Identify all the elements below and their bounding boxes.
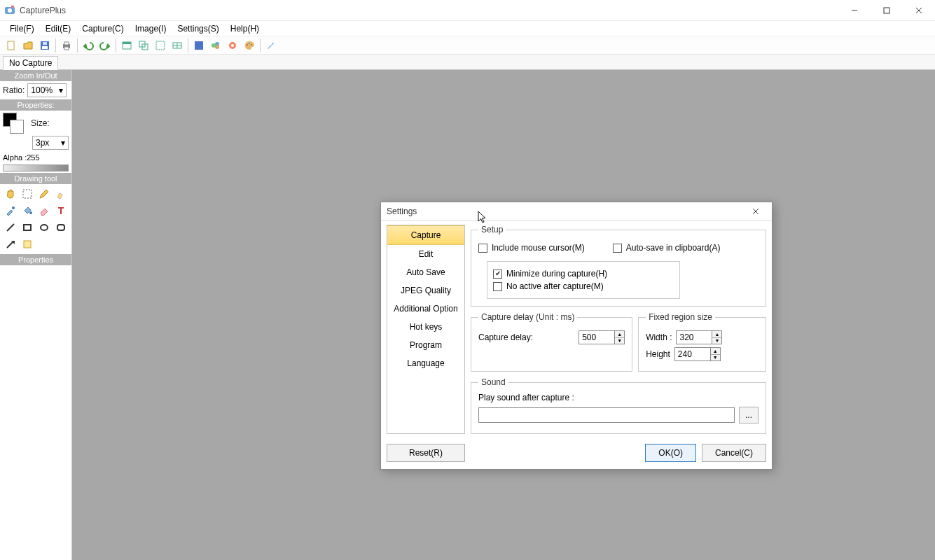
line-tool-icon[interactable] bbox=[3, 220, 18, 235]
svg-rect-9 bbox=[42, 46, 48, 49]
eyedropper-tool-icon[interactable] bbox=[3, 203, 18, 218]
spin-up-icon[interactable]: ▲ bbox=[712, 331, 721, 338]
spin-down-icon[interactable]: ▼ bbox=[711, 355, 720, 361]
rect-tool-icon[interactable] bbox=[20, 220, 35, 235]
nav-program[interactable]: Program bbox=[387, 336, 464, 354]
ok-button[interactable]: OK(O) bbox=[645, 444, 696, 462]
ellipse-tool-icon[interactable] bbox=[36, 220, 52, 235]
spin-down-icon[interactable]: ▼ bbox=[712, 338, 721, 344]
note-tool-icon[interactable] bbox=[20, 237, 35, 252]
capture-delay-spinner[interactable]: ▲▼ bbox=[579, 330, 625, 344]
dialog-close-button[interactable] bbox=[745, 203, 766, 220]
save-icon[interactable] bbox=[37, 38, 53, 53]
width-spinner[interactable]: ▲▼ bbox=[676, 330, 722, 344]
canvas-area: Settings Capture Edit Auto Save JPEG Qua… bbox=[72, 70, 935, 560]
window-minimize-button[interactable] bbox=[838, 0, 871, 21]
new-icon[interactable] bbox=[4, 38, 19, 53]
eraser-tool-icon[interactable] bbox=[36, 203, 52, 218]
sound-path-input[interactable] bbox=[478, 407, 735, 423]
brush-size-combobox[interactable]: 3px ▾ bbox=[32, 136, 69, 150]
color-swatches[interactable] bbox=[3, 113, 28, 134]
background-swatch[interactable] bbox=[10, 120, 24, 134]
nav-hotkeys[interactable]: Hot keys bbox=[387, 318, 464, 336]
width-input[interactable] bbox=[676, 330, 712, 344]
sidebar: Zoom In/Out Ratio: 100% ▾ Properties: Si… bbox=[0, 70, 72, 560]
window-close-button[interactable] bbox=[903, 0, 935, 21]
pencil-tool-icon[interactable] bbox=[36, 186, 52, 202]
ratio-combobox[interactable]: 100% ▾ bbox=[27, 83, 67, 97]
ratio-label: Ratio: bbox=[3, 85, 25, 95]
nav-capture[interactable]: Capture bbox=[387, 225, 464, 245]
effects-icon[interactable] bbox=[208, 38, 223, 53]
open-icon[interactable] bbox=[20, 38, 36, 53]
menu-edit[interactable]: Edit(E) bbox=[40, 22, 77, 35]
window-titlebar: CapturePlus bbox=[0, 0, 935, 21]
width-label: Width : bbox=[646, 332, 672, 342]
sidebar-drawing-header: Drawing tool bbox=[0, 173, 71, 184]
sound-browse-button[interactable]: ... bbox=[739, 407, 759, 424]
color-chip-icon[interactable] bbox=[191, 38, 207, 53]
alpha-slider[interactable] bbox=[3, 164, 69, 172]
svg-rect-37 bbox=[57, 225, 64, 230]
size-label: Size: bbox=[31, 118, 50, 128]
menu-capture[interactable]: Capture(C) bbox=[76, 22, 129, 35]
svg-rect-39 bbox=[24, 241, 31, 248]
redo-icon[interactable] bbox=[97, 38, 113, 53]
include-cursor-label: Include mouse cursor(M) bbox=[492, 243, 585, 253]
nav-language[interactable]: Language bbox=[387, 354, 464, 372]
svg-point-1 bbox=[8, 8, 12, 13]
color-picker-icon[interactable] bbox=[225, 38, 240, 53]
nav-autosave[interactable]: Auto Save bbox=[387, 263, 464, 281]
capture-delay-input[interactable] bbox=[579, 330, 615, 344]
svg-rect-2 bbox=[11, 6, 14, 8]
spin-down-icon[interactable]: ▼ bbox=[615, 338, 624, 344]
svg-point-30 bbox=[251, 44, 252, 46]
print-icon[interactable] bbox=[59, 38, 74, 53]
roundrect-tool-icon[interactable] bbox=[53, 220, 69, 235]
app-icon bbox=[4, 5, 15, 16]
tab-no-capture[interactable]: No Capture bbox=[3, 56, 58, 70]
include-cursor-checkbox[interactable] bbox=[478, 244, 487, 253]
dialog-titlebar[interactable]: Settings bbox=[381, 202, 772, 220]
svg-rect-7 bbox=[8, 41, 14, 50]
settings-nav: Capture Edit Auto Save JPEG Quality Addi… bbox=[387, 225, 465, 434]
menu-help[interactable]: Help(H) bbox=[225, 22, 265, 35]
dialog-title: Settings bbox=[387, 206, 417, 216]
settings-wrench-icon[interactable] bbox=[263, 38, 279, 53]
select-tool-icon[interactable] bbox=[20, 186, 35, 202]
minimize-during-capture-label: Minimize during capture(H) bbox=[506, 269, 607, 279]
minimize-during-capture-checkbox[interactable] bbox=[493, 270, 502, 279]
height-input[interactable] bbox=[674, 347, 711, 361]
undo-icon[interactable] bbox=[81, 38, 96, 53]
capture-region-icon[interactable] bbox=[153, 38, 168, 53]
bucket-tool-icon[interactable] bbox=[20, 203, 35, 218]
cancel-button[interactable]: Cancel(C) bbox=[702, 444, 766, 462]
spin-up-icon[interactable]: ▲ bbox=[615, 331, 624, 338]
nav-jpeg-quality[interactable]: JPEG Quality bbox=[387, 281, 464, 300]
nav-edit[interactable]: Edit bbox=[387, 245, 464, 263]
capture-window-icon[interactable] bbox=[136, 38, 151, 53]
window-maximize-button[interactable] bbox=[871, 0, 903, 21]
palette-icon[interactable] bbox=[242, 38, 257, 53]
reset-button[interactable]: Reset(R) bbox=[387, 444, 465, 462]
sidebar-properties2-header: Properties bbox=[0, 254, 71, 265]
svg-point-36 bbox=[41, 225, 48, 230]
spin-up-icon[interactable]: ▲ bbox=[711, 348, 720, 355]
arrow-tool-icon[interactable] bbox=[3, 237, 18, 252]
menu-file[interactable]: File(F) bbox=[4, 22, 40, 35]
no-active-after-capture-checkbox[interactable] bbox=[493, 282, 502, 291]
capture-fixed-icon[interactable] bbox=[169, 38, 185, 53]
menu-settings[interactable]: Settings(S) bbox=[172, 22, 224, 35]
capture-fullscreen-icon[interactable] bbox=[119, 38, 134, 53]
height-label: Height bbox=[646, 349, 670, 359]
hand-tool-icon[interactable] bbox=[3, 186, 18, 202]
svg-line-38 bbox=[7, 242, 13, 248]
svg-rect-4 bbox=[884, 8, 889, 13]
svg-point-29 bbox=[249, 43, 250, 44]
highlighter-tool-icon[interactable] bbox=[53, 186, 69, 202]
autosave-clipboard-checkbox[interactable] bbox=[613, 244, 622, 253]
height-spinner[interactable]: ▲▼ bbox=[674, 347, 721, 361]
text-tool-icon[interactable]: T bbox=[53, 203, 69, 218]
menu-image[interactable]: Image(I) bbox=[130, 22, 172, 35]
nav-additional-option[interactable]: Additional Option bbox=[387, 300, 464, 318]
